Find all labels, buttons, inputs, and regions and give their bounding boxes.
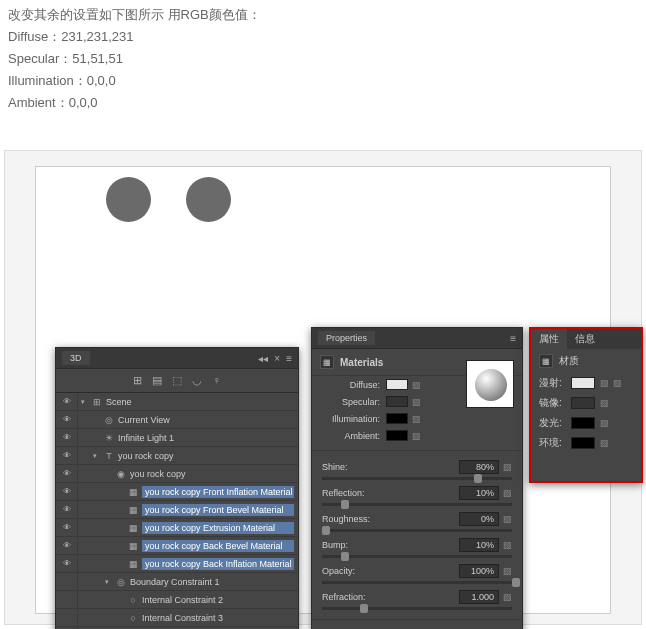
visibility-icon[interactable]: 👁 <box>60 397 74 406</box>
tree-row[interactable]: ○Internal Constraint 3 <box>56 609 298 627</box>
slider-value[interactable]: 80% <box>459 460 499 474</box>
collapse-icon[interactable]: ◂◂ <box>258 353 268 364</box>
slider-value[interactable]: 1.000 <box>459 590 499 604</box>
close-icon[interactable]: × <box>274 353 280 364</box>
folder-icon[interactable]: ▧ <box>600 398 609 408</box>
visibility-icon[interactable]: 👁 <box>60 523 74 532</box>
tab-3d[interactable]: 3D <box>62 351 90 365</box>
panel-props-header[interactable]: Properties ≡ <box>312 328 522 349</box>
item-label: you rock copy Back Inflation Material <box>142 558 294 570</box>
slider-thumb[interactable] <box>512 578 520 587</box>
toolbar-icon[interactable]: ▤ <box>152 374 162 387</box>
visibility-icon[interactable]: 👁 <box>60 433 74 442</box>
tree-row[interactable]: ▾◎Boundary Constraint 1 <box>56 573 298 591</box>
tree-row[interactable]: 👁▦you rock copy Front Inflation Material <box>56 483 298 501</box>
cn-tabs: 属性 信息 <box>531 329 641 349</box>
slider-track[interactable] <box>322 529 512 532</box>
color-swatch[interactable] <box>571 377 595 389</box>
visibility-icon[interactable]: 👁 <box>60 505 74 514</box>
materials-icon: ▦ <box>320 355 334 369</box>
cn-color-label: 发光: <box>539 416 571 430</box>
visibility-icon[interactable]: 👁 <box>60 541 74 550</box>
item-icon: ○ <box>127 595 139 605</box>
slider-track[interactable] <box>322 581 512 584</box>
slider-track[interactable] <box>322 503 512 506</box>
toggle-icon[interactable]: ▾ <box>81 398 91 406</box>
tree-row[interactable]: 👁▦you rock copy Extrusion Material <box>56 519 298 537</box>
material-preview[interactable] <box>466 360 514 408</box>
slider-thumb[interactable] <box>474 474 482 483</box>
visibility-icon[interactable]: 👁 <box>60 559 74 568</box>
folder-icon[interactable]: ▧ <box>503 462 512 472</box>
toolbar-icon[interactable]: ⬚ <box>172 374 182 387</box>
folder-icon[interactable]: ▧ <box>600 438 609 448</box>
folder-icon[interactable]: ▧ <box>503 514 512 524</box>
toggle-icon[interactable]: ▾ <box>93 452 103 460</box>
tree-row[interactable]: ○Internal Constraint 2 <box>56 591 298 609</box>
toggle-icon[interactable]: ▾ <box>105 578 115 586</box>
folder-icon[interactable]: ▧ <box>412 431 421 441</box>
color-swatch[interactable] <box>386 413 408 424</box>
tab-info[interactable]: 信息 <box>567 329 603 349</box>
slider-value[interactable]: 0% <box>459 512 499 526</box>
tree-row[interactable]: 👁▾Tyou rock copy <box>56 447 298 465</box>
tree-row[interactable]: 👁☀Infinite Light 1 <box>56 429 298 447</box>
color-swatch[interactable] <box>386 379 408 390</box>
toolbar-icon[interactable]: ◡ <box>192 374 202 387</box>
folder-icon[interactable]: ▧ <box>412 397 421 407</box>
tree-row[interactable]: 👁◉you rock copy <box>56 465 298 483</box>
menu-icon[interactable]: ≡ <box>286 353 292 364</box>
item-icon: ◉ <box>115 469 127 479</box>
slider-track[interactable] <box>322 477 512 480</box>
tree-row[interactable]: 👁▦you rock copy Back Inflation Material <box>56 555 298 573</box>
slider-thumb[interactable] <box>360 604 368 613</box>
folder-icon[interactable]: ▧ <box>412 380 421 390</box>
item-label: you rock copy Back Bevel Material <box>142 540 294 552</box>
folder-icon[interactable]: ▧ <box>600 378 609 388</box>
menu-icon[interactable]: ≡ <box>510 333 516 344</box>
toolbar-icon[interactable]: ♀ <box>212 374 220 387</box>
folder-icon[interactable]: ▧ <box>503 592 512 602</box>
slider-thumb[interactable] <box>341 500 349 509</box>
color-swatch[interactable] <box>386 396 408 407</box>
tab-properties[interactable]: Properties <box>318 331 375 345</box>
item-label: Scene <box>106 397 294 407</box>
slider-label: Reflection: <box>322 488 365 498</box>
tree-row[interactable]: 👁▦you rock copy Front Bevel Material <box>56 501 298 519</box>
visibility-icon[interactable]: 👁 <box>60 469 74 478</box>
slider-thumb[interactable] <box>341 552 349 561</box>
folder-icon[interactable]: ▧ <box>503 566 512 576</box>
slider-value[interactable]: 10% <box>459 538 499 552</box>
folder-icon[interactable]: ▧ <box>412 414 421 424</box>
toolbar-icon[interactable]: ⊞ <box>133 374 142 387</box>
item-label: you rock copy <box>130 469 294 479</box>
slider-value[interactable]: 10% <box>459 486 499 500</box>
item-label: Current View <box>118 415 294 425</box>
folder-icon[interactable]: ▧ <box>613 378 622 388</box>
tree-row[interactable]: 👁▦you rock copy Back Bevel Material <box>56 537 298 555</box>
item-icon: T <box>103 451 115 461</box>
folder-icon[interactable]: ▧ <box>600 418 609 428</box>
item-label: Infinite Light 1 <box>118 433 294 443</box>
slider-track[interactable] <box>322 607 512 610</box>
visibility-icon[interactable]: 👁 <box>60 451 74 460</box>
color-row: Ambient:▧ <box>312 427 522 444</box>
slider-track[interactable] <box>322 555 512 558</box>
tree-row[interactable]: 👁▾⊞Scene <box>56 393 298 411</box>
tree-row[interactable]: 👁◎Current View <box>56 411 298 429</box>
slider-thumb[interactable] <box>322 526 330 535</box>
color-swatch[interactable] <box>571 437 595 449</box>
visibility-icon[interactable]: 👁 <box>60 415 74 424</box>
cn-color-row: 镜像:▧ <box>531 393 641 413</box>
tab-attributes[interactable]: 属性 <box>531 329 567 349</box>
color-swatch[interactable] <box>386 430 408 441</box>
slider-row: Roughness:0%▧ <box>312 509 522 535</box>
item-icon: ▦ <box>127 487 139 497</box>
color-swatch[interactable] <box>571 397 595 409</box>
folder-icon[interactable]: ▧ <box>503 488 512 498</box>
color-swatch[interactable] <box>571 417 595 429</box>
folder-icon[interactable]: ▧ <box>503 540 512 550</box>
slider-value[interactable]: 100% <box>459 564 499 578</box>
visibility-icon[interactable]: 👁 <box>60 487 74 496</box>
panel-3d-header[interactable]: 3D ◂◂×≡ <box>56 348 298 369</box>
